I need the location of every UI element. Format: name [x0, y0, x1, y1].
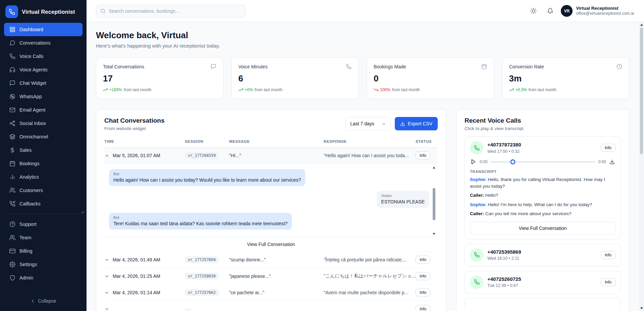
- sidebar-item-label: Settings: [19, 262, 37, 267]
- conversation-response: "Avem mai multe pachete disponibile p...: [324, 290, 416, 295]
- transcript-text: Hello?: [485, 193, 498, 198]
- scroll-up-arrow-icon[interactable]: [433, 167, 435, 169]
- stat-delta-note: from last month: [529, 87, 556, 92]
- conversation-message: "scump domne...": [229, 257, 324, 262]
- scroll-up-arrow-icon[interactable]: [640, 24, 643, 26]
- sidebar-item-conversations[interactable]: Conversations: [4, 36, 83, 50]
- sidebar-item-team[interactable]: Team: [4, 231, 83, 244]
- info-badge[interactable]: Info: [416, 289, 430, 297]
- user-menu[interactable]: VR Virtual Receptionist office@virtualre…: [561, 5, 634, 17]
- info-badge[interactable]: Info: [416, 151, 430, 160]
- recent-voice-calls-panel: Recent Voice Calls Click to play & view …: [456, 109, 629, 311]
- sidebar-item-settings[interactable]: Settings: [4, 258, 83, 271]
- call-meta: Wed 16:10 • 2:11: [487, 256, 521, 261]
- sidebar-item-bookings[interactable]: Bookings: [4, 157, 83, 170]
- scrollbar-thumb[interactable]: [640, 27, 643, 154]
- stat-label: Total Conversations: [103, 64, 144, 69]
- theme-toggle-button[interactable]: [527, 5, 539, 17]
- view-full-conversation-button[interactable]: View Full Conversation: [470, 222, 615, 235]
- stat-delta-value: +0%: [245, 87, 253, 92]
- message-text: Tere! Kuidas ma saan teid täna aidata? K…: [113, 221, 287, 227]
- notifications-button[interactable]: [544, 5, 556, 17]
- call-number: +40725395869: [487, 249, 521, 255]
- sidebar-collapse-button[interactable]: Collapse: [26, 296, 60, 306]
- info-badge[interactable]: Info: [416, 272, 430, 280]
- avatar: VR: [561, 5, 573, 17]
- voice-call-card[interactable]: [465, 298, 621, 307]
- conversation-messages: Bot Hello again! How can I assist you to…: [104, 164, 438, 237]
- sidebar-item-analytics[interactable]: Analytics: [4, 170, 83, 184]
- sidebar-item-support[interactable]: Support: [4, 217, 83, 231]
- sidebar-item-admin[interactable]: Admin: [4, 271, 83, 285]
- sidebar-item-callbacks[interactable]: Callbacks: [4, 197, 83, 210]
- conversations-table: TIME SESSION MESSAGE RESPONSE STATUS Mar…: [104, 136, 438, 311]
- play-button[interactable]: [471, 159, 476, 165]
- info-badge[interactable]: Info: [601, 144, 615, 152]
- conversation-row[interactable]: Mar 5, 2026, 01:07 AM vr_177266559 "HI..…: [104, 147, 438, 164]
- scroll-down-arrow-icon[interactable]: [433, 233, 435, 235]
- stat-card-bookings-made: Bookings Made 0 100% from last month: [367, 57, 494, 99]
- sidebar-item-label: WhatsApp: [19, 94, 42, 99]
- view-full-conversation-link[interactable]: View Full Conversation: [104, 237, 438, 251]
- topbar: VR Virtual Receptionist office@virtualre…: [87, 0, 644, 22]
- sidebar-item-omnichannel[interactable]: Omnichannel: [4, 130, 83, 143]
- stat-delta-value: +0.3%: [516, 87, 527, 92]
- sidebar-item-billing[interactable]: Billing: [4, 244, 83, 258]
- sun-icon: [530, 8, 537, 14]
- app-logo[interactable]: Virtual Receptionist: [0, 0, 87, 23]
- app-name: Virtual Receptionist: [22, 9, 75, 15]
- sidebar-item-whatsapp[interactable]: WhatsApp: [4, 90, 83, 103]
- sidebar-item-dashboard[interactable]: Dashboard: [4, 23, 83, 36]
- shield-icon: [9, 275, 15, 281]
- conversation-row[interactable]: Info: [104, 301, 438, 311]
- info-badge[interactable]: Info: [601, 278, 615, 286]
- sidebar-item-chat-widget[interactable]: Chat Widget: [4, 76, 83, 90]
- sidebar-item-voice-agents[interactable]: Voice Agents: [4, 63, 83, 76]
- sidebar-item-label: Bookings: [19, 161, 40, 166]
- chevron-down-icon[interactable]: [104, 307, 109, 311]
- export-csv-button[interactable]: Export CSV: [395, 117, 438, 130]
- calendar-icon: [481, 64, 487, 69]
- conversation-scrollbar[interactable]: [432, 167, 436, 235]
- info-badge[interactable]: Info: [601, 251, 615, 259]
- conversation-expanded: Bot Hello again! How can I assist you to…: [104, 164, 438, 251]
- sidebar-item-email-agent[interactable]: Email Agent: [4, 103, 83, 117]
- chevron-down-icon[interactable]: [104, 290, 109, 295]
- phone-logo-icon: [5, 5, 18, 18]
- sidebar-item-customers[interactable]: Customers: [4, 184, 83, 197]
- sidebar-item-label: Customers: [19, 188, 43, 193]
- export-csv-label: Export CSV: [408, 121, 432, 126]
- conversation-row[interactable]: Mar 4, 2026, 01:25 AM vr_177258030 "japa…: [104, 268, 438, 284]
- voice-call-card[interactable]: +40725395869 Wed 16:10 • 2:11 Info: [465, 244, 621, 266]
- date-range-select[interactable]: Last 7 days: [345, 117, 391, 130]
- chevron-down-icon[interactable]: [104, 257, 109, 262]
- sidebar-item-label: Conversations: [19, 40, 51, 46]
- sidebar-scroll-down-icon[interactable]: [81, 210, 85, 214]
- voice-call-card[interactable]: +40725260725 Tue 12:39 • 0:47 Info: [465, 271, 621, 294]
- sidebar-item-sales[interactable]: Sales: [4, 143, 83, 157]
- voice-call-card[interactable]: +40737872380 Wed 17:50 • 0:32 Info 0:00: [465, 136, 621, 239]
- conversation-row[interactable]: Mar 4, 2026, 01:49 AM vr_177257604 "scum…: [104, 251, 438, 268]
- chevron-up-icon[interactable]: [104, 153, 109, 158]
- info-badge[interactable]: Info: [416, 305, 430, 311]
- download-recording-button[interactable]: [609, 159, 615, 165]
- search-input[interactable]: [109, 8, 241, 14]
- call-meta: Tue 12:39 • 0:47: [487, 283, 521, 288]
- scrollbar-thumb[interactable]: [433, 188, 435, 220]
- voice-panel-subtitle: Click to play & view transcript: [465, 126, 621, 131]
- chevron-down-icon[interactable]: [104, 274, 109, 279]
- bar-chart-icon: [9, 174, 15, 180]
- user-email: office@virtualreceptionist.com.ai: [576, 11, 634, 16]
- trending-up-icon: [509, 87, 514, 92]
- call-meta: Wed 17:50 • 0:32: [487, 149, 521, 154]
- info-badge[interactable]: Info: [416, 256, 430, 264]
- sidebar-item-voice-calls[interactable]: Voice Calls: [4, 50, 83, 63]
- conversation-row[interactable]: Mar 4, 2026, 01:14 AM vr_177257662 "ce p…: [104, 284, 438, 301]
- player-slider-thumb[interactable]: [510, 159, 515, 164]
- layers-icon: [9, 134, 15, 140]
- transcript-line: Sophie: Hello, thank you for calling Vir…: [470, 176, 615, 189]
- scroll-down-arrow-icon[interactable]: [640, 307, 643, 309]
- player-seek-slider[interactable]: [491, 161, 595, 163]
- page-scrollbar[interactable]: [639, 22, 644, 311]
- sidebar-item-social-inbox[interactable]: Social Inbox: [4, 117, 83, 130]
